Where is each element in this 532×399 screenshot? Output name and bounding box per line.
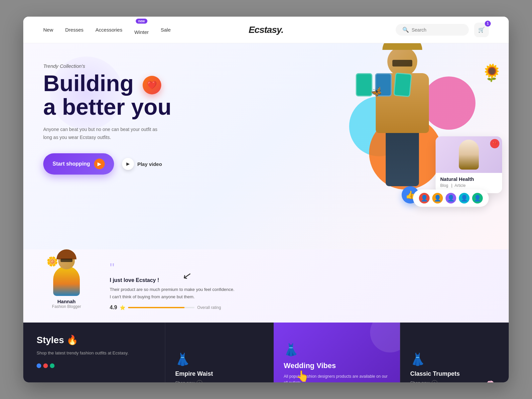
dot-green [50,363,55,368]
rating-bar [128,307,195,308]
search-box[interactable]: 🔍 [396,24,469,36]
health-card-title: Natural Health [436,173,502,183]
hero-title: Building ❤️ a better you [43,71,223,119]
model-sunglasses [392,60,412,66]
model-legs [386,133,419,186]
hero-description: Anyone can beat you but no one can beat … [43,126,163,142]
dot-red [43,363,48,368]
health-card[interactable]: ❤️ Natural Health Blog | Article [436,136,502,193]
model-head [387,47,417,76]
star-icon: ⭐ [120,305,125,310]
classic-trumpets-card[interactable]: 👗 Classic Trumpets Shop now + [400,323,509,382]
nav-link-sale[interactable]: Sale [161,27,171,33]
model-torso [376,73,429,133]
testimonial-body: Their product are so much premium to mak… [110,286,236,301]
play-circle-icon: ▶ [122,158,134,170]
sunflower-decoration: 🌻 [481,63,502,82]
hero-actions: Start shopping ▶ ▶ Play video [43,153,223,175]
rating-row: 4.9 ⭐ Overall rating [110,305,236,311]
testimonial-section: 🌼 Hannah Fashion Blogger ↙ " I just love… [23,249,509,323]
model-hat [382,43,422,50]
search-input[interactable] [412,27,462,33]
testimonial-title: I just love Ecstacy ! [110,277,236,283]
hero-subtitle: Trendy Collection's [43,63,223,69]
avatar-4: 👤 [458,192,470,204]
cart-badge: 1 [485,21,491,27]
empire-waist-link[interactable]: Shop now + [175,380,264,383]
nav-link-new[interactable]: New [43,27,53,33]
trumpet-icon: 👗 [410,352,499,366]
hannah-container: 🌼 Hannah Fashion Blogger [43,256,90,316]
rating-label: Overall rating [197,305,221,310]
avatar-5: 👤 [471,192,483,204]
logo[interactable]: Ecstasy. [249,25,284,35]
color-dots [37,363,152,368]
health-card-figure [459,140,479,170]
wedding-title: Wedding Vibes [284,361,390,370]
start-shopping-button[interactable]: Start shopping ▶ [43,153,114,175]
search-icon: 🔍 [402,27,409,33]
empire-waist-icon: 👗 [175,352,264,366]
heart-icon: ❤️ [143,76,161,94]
empire-waist-card[interactable]: 👗 Empire Waist Shop now + [165,323,274,382]
testimonial-content: " I just love Ecstacy ! Their product ar… [110,261,236,311]
arrow-icon: ▶ [94,159,105,169]
nav-links: New Dresses Accessories new Winter Sale [43,25,396,35]
nav-link-winter[interactable]: new Winter [134,25,149,35]
cart-icon: 🛒 [478,27,485,33]
plus-icon: + [197,380,202,383]
person-role: Fashion Blogger [43,304,90,309]
styles-title: Styles 🔥 [37,334,152,345]
health-card-heart: ❤️ [490,139,499,148]
avatar-3: 👤 [445,192,457,204]
styles-card: Styles 🔥 Shop the latest trendy fashion … [23,323,165,382]
nav-right: 🔍 🛒 1 [396,23,489,37]
pink-flower-decoration: 🌸 [482,380,499,382]
dot-blue [37,363,41,368]
rating-fill [128,307,185,308]
navbar: New Dresses Accessories new Winter Sale … [23,17,509,43]
shopping-bags [356,73,411,96]
browser-window: New Dresses Accessories new Winter Sale … [23,17,509,382]
avatars-group: 👤 👤 👤 👤 👤 [413,190,489,207]
health-card-image: ❤️ [436,136,502,173]
empire-waist-title: Empire Waist [175,370,264,377]
separator: | [451,183,452,187]
nav-link-accessories[interactable]: Accessories [95,27,122,33]
play-video-button[interactable]: ▶ Play video [122,158,162,170]
bag-1 [356,73,372,96]
styles-desc: Shop the latest trendy fashion outfits a… [37,349,152,357]
bottom-section: Styles 🔥 Shop the latest trendy fashion … [23,323,509,382]
trumpet-plus-icon: + [432,380,438,383]
person-name: Hannah [43,299,90,304]
cursor-hand-icon: 👆 [296,370,309,382]
hero-section: Trendy Collection's Building ❤️ a better… [23,43,509,249]
cart-button[interactable]: 🛒 1 [474,23,489,37]
nav-link-dresses[interactable]: Dresses [65,27,83,33]
health-card-subtitle: Blog | Article [436,183,502,188]
rating-score: 4.9 [110,305,117,311]
avatar-2: 👤 [432,192,444,204]
wedding-vibes-card[interactable]: 👗 Wedding Vibes All popular fashion desi… [274,323,400,382]
avatar-1: 👤 [418,192,430,204]
bag-3 [393,72,412,97]
trumpet-title: Classic Trumpets [410,370,499,377]
new-badge: new [136,19,147,24]
quote-mark: " [110,261,236,275]
hero-content: Trendy Collection's Building ❤️ a better… [43,57,223,175]
